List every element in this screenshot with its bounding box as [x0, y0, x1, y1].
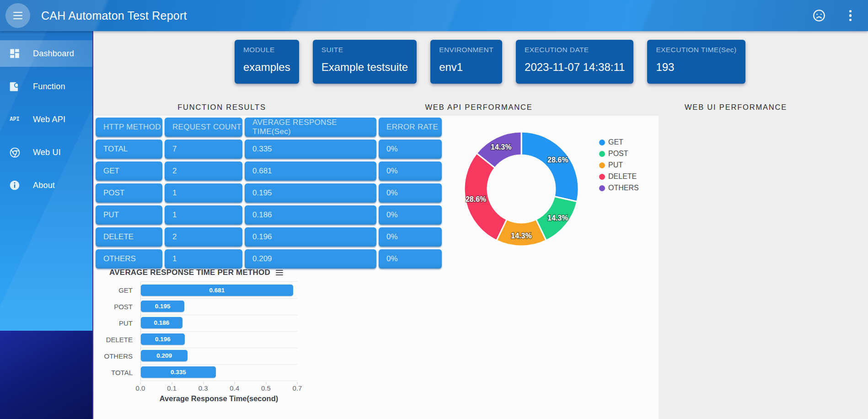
legend-item-get[interactable]: GET	[599, 138, 639, 146]
sidebar-item-web-ui[interactable]: Web UI	[0, 139, 92, 166]
table-value-cell: 0.681	[245, 161, 376, 181]
tab-bar: FUNCTION RESULTSWEB API PERFORMANCEWEB U…	[93, 97, 864, 116]
bar-x-axis: 0.00.10.30.40.50.7	[140, 381, 297, 392]
tab-panel: HTTP METHODREQUEST COUNTAVERAGE RESPONSE…	[94, 116, 659, 419]
x-tick-label: 0.3	[198, 382, 208, 392]
table-value-cell: 0%	[379, 183, 442, 203]
bar-track: 0.209	[140, 348, 297, 365]
table-row-label-cell: TOTAL	[96, 140, 162, 159]
sidebar-item-label: Web API	[33, 115, 65, 124]
chart-context-menu-icon[interactable]	[275, 269, 284, 277]
bar-rows: GET0.681POST0.195PUT0.186DELETE0.196OTHE…	[96, 282, 297, 381]
sad-face-icon[interactable]	[812, 8, 826, 23]
summary-card-execution-date: EXECUTION DATE2023-11-07 14:38:11	[516, 40, 633, 84]
table-row-label-cell: POST	[96, 183, 162, 203]
x-tick-label: 0.5	[261, 382, 271, 392]
app-title: CAH Automaton Test Report	[41, 9, 187, 22]
bar-get[interactable]: 0.681	[141, 285, 293, 296]
bar-row-delete: DELETE0.196	[96, 331, 297, 348]
table-value-cell: 0.335	[245, 140, 376, 159]
bar-row-others: OTHERS0.209	[96, 348, 297, 364]
table-value-cell: 7	[165, 140, 242, 159]
bar-total[interactable]: 0.335	[141, 366, 216, 378]
legend-item-put[interactable]: PUT	[599, 161, 639, 169]
table-row-label-cell: GET	[96, 161, 162, 181]
bar-category-label: OTHERS	[96, 352, 133, 360]
sidebar-item-label: Function	[33, 82, 65, 91]
hamburger-icon	[13, 12, 22, 13]
info-icon	[8, 179, 21, 192]
bar-others[interactable]: 0.209	[141, 350, 188, 361]
donut-slice-percentage-label: 14.3%	[491, 143, 511, 151]
app-root: CAH Automaton Test Report DashboardFunct…	[0, 0, 868, 419]
api-results-table: HTTP METHODREQUEST COUNTAVERAGE RESPONSE…	[96, 118, 442, 269]
card-value: 2023-11-07 14:38:11	[525, 61, 625, 74]
bar-category-label: PUT	[96, 319, 133, 327]
sidebar-lower-background	[0, 331, 92, 419]
dashboard-icon	[8, 47, 21, 60]
chrome-icon	[8, 146, 21, 159]
sidebar-nav: DashboardFunctionAPIWeb APIWeb UIAbout	[0, 31, 92, 331]
table-header-cell: REQUEST COUNT	[165, 118, 242, 137]
bar-track: 0.186	[140, 315, 297, 332]
table-value-cell: 0%	[379, 205, 442, 225]
sidebar-item-function[interactable]: Function	[0, 73, 92, 100]
sidebar-item-about[interactable]: About	[0, 172, 92, 199]
bar-track: 0.196	[140, 331, 297, 348]
table-value-cell: 0.196	[245, 227, 376, 247]
table-value-cell: 1	[165, 205, 242, 225]
x-tick-label: 0.4	[230, 382, 239, 392]
donut-legend: GETPOSTPUTDELETEOTHERS	[599, 138, 639, 192]
bar-track: 0.681	[140, 281, 297, 299]
table-header-cell: AVERAGE RESPONSE TIME(Sec)	[245, 118, 376, 137]
bar-row-post: POST0.195	[96, 298, 297, 315]
donut-slice-percentage-label: 14.3%	[511, 232, 531, 240]
card-label: ENVIRONMENT	[439, 46, 493, 54]
table-value-cell: 0%	[379, 140, 442, 159]
api-icon: API	[8, 113, 21, 126]
table-value-cell: 0.209	[245, 249, 376, 269]
table-value-cell: 0%	[379, 249, 442, 269]
legend-color-dot	[599, 140, 605, 145]
legend-label: PUT	[608, 161, 623, 169]
tab-web-ui-performance[interactable]: WEB UI PERFORMANCE	[607, 97, 864, 116]
bar-track: 0.195	[140, 298, 297, 315]
kebab-menu-icon[interactable]	[847, 9, 855, 22]
table-value-cell: 2	[165, 227, 242, 247]
menu-button[interactable]	[5, 3, 30, 28]
donut-chart: 28.6%14.3%14.3%28.6%14.3%	[457, 126, 585, 254]
bar-category-label: GET	[96, 286, 133, 294]
summary-card-execution-time-sec-: EXECUTION TIME(Sec)193	[647, 40, 745, 84]
sidebar-item-label: Web UI	[33, 148, 61, 157]
legend-item-delete[interactable]: DELETE	[599, 172, 639, 181]
x-tick-label: 0.1	[167, 382, 177, 392]
summary-cards: MODULEexamplesSUITEExample testsuiteENVI…	[235, 40, 745, 84]
tab-web-api-performance[interactable]: WEB API PERFORMANCE	[350, 97, 607, 116]
table-value-cell: 1	[165, 249, 242, 269]
card-value: examples	[243, 61, 290, 74]
bar-delete[interactable]: 0.196	[141, 333, 185, 345]
table-value-cell: 0.186	[245, 205, 376, 225]
bar-post[interactable]: 0.195	[141, 301, 184, 312]
sidebar-item-dashboard[interactable]: Dashboard	[0, 40, 92, 67]
tab-function-results[interactable]: FUNCTION RESULTS	[93, 97, 350, 116]
x-tick-label: 0.7	[293, 382, 302, 392]
bar-chart-header: AVERAGE RESPONSE TIME PER METHOD	[96, 267, 297, 278]
table-value-cell: 0%	[379, 227, 442, 247]
app-bar: CAH Automaton Test Report	[0, 0, 868, 31]
find-page-icon	[8, 80, 21, 93]
sidebar-item-web-api[interactable]: APIWeb API	[0, 106, 92, 133]
card-value: 193	[656, 61, 736, 74]
bar-category-label: DELETE	[96, 336, 133, 344]
legend-item-others[interactable]: OTHERS	[599, 184, 639, 192]
bar-put[interactable]: 0.186	[141, 317, 182, 328]
x-tick-label: 0.0	[136, 382, 145, 392]
sidebar: DashboardFunctionAPIWeb APIWeb UIAbout	[0, 31, 93, 419]
legend-color-dot	[599, 151, 605, 157]
legend-label: GET	[608, 138, 623, 146]
bar-row-put: PUT0.186	[96, 315, 297, 331]
donut-slice-get[interactable]	[521, 132, 579, 202]
table-row-label-cell: DELETE	[96, 227, 162, 247]
legend-item-post[interactable]: POST	[599, 150, 639, 158]
donut-slice-percentage-label: 28.6%	[547, 156, 568, 164]
